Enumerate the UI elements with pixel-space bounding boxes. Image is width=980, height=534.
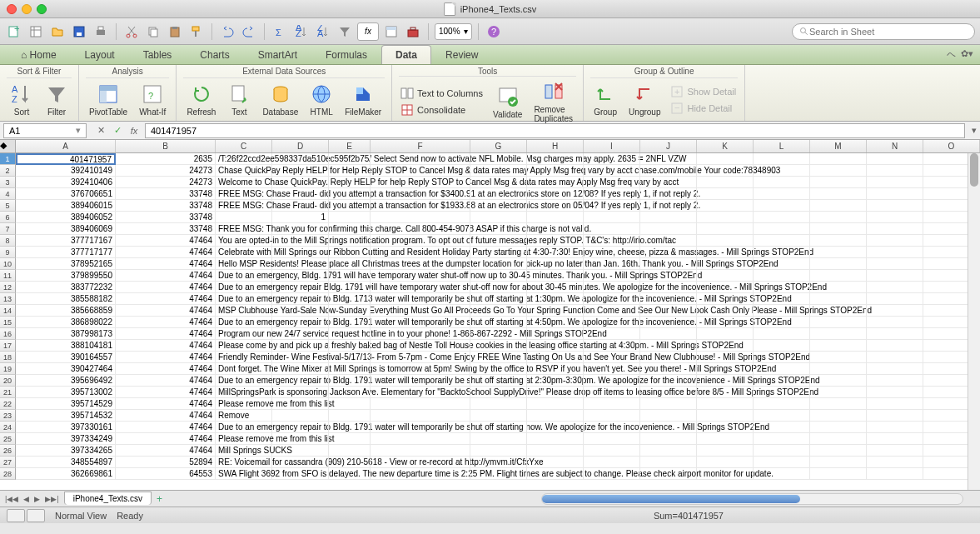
filter-button[interactable]: Filter [42, 81, 72, 118]
cell[interactable] [697, 305, 754, 316]
cell[interactable] [371, 258, 470, 269]
cell[interactable] [329, 433, 371, 444]
row-header[interactable]: 7 [0, 223, 16, 235]
cell[interactable] [527, 282, 584, 292]
cell[interactable] [527, 223, 584, 234]
cell[interactable]: 376706651 [16, 188, 116, 199]
cell[interactable] [584, 212, 640, 222]
cell[interactable]: FREE MSG: Chase Fraud- did you attempt a… [216, 188, 272, 199]
open-icon[interactable] [48, 22, 67, 41]
cell[interactable] [640, 200, 697, 211]
cell[interactable] [810, 422, 867, 432]
cell[interactable] [470, 305, 527, 316]
cell[interactable] [754, 340, 810, 351]
cell[interactable] [584, 305, 640, 316]
group-button[interactable]: Group [590, 81, 620, 118]
cell[interactable] [697, 235, 754, 246]
cell[interactable] [810, 457, 867, 467]
refresh-button[interactable]: Refresh [183, 81, 219, 118]
expand-formula-bar-icon[interactable]: ▾ [968, 125, 980, 136]
cell[interactable] [371, 270, 470, 281]
next-sheet-icon[interactable]: ▶ [32, 495, 42, 503]
cut-icon[interactable] [122, 22, 141, 41]
cell[interactable] [867, 235, 923, 246]
cell[interactable] [329, 457, 371, 467]
hide-detail-button[interactable]: −Hide Detail [669, 101, 738, 116]
cell[interactable] [640, 293, 697, 304]
cell[interactable] [584, 468, 640, 479]
cell[interactable] [272, 468, 329, 479]
cell[interactable] [527, 270, 584, 281]
cell[interactable] [371, 445, 470, 456]
cell[interactable] [640, 363, 697, 374]
cell[interactable]: 33748 [116, 200, 216, 211]
cell[interactable] [272, 375, 329, 386]
cell[interactable] [640, 468, 697, 479]
cell[interactable] [527, 363, 584, 374]
select-all-corner[interactable]: ◆ [0, 140, 16, 152]
cell[interactable] [272, 153, 329, 164]
cell[interactable] [867, 188, 923, 199]
cell[interactable] [329, 375, 371, 386]
minimize-icon[interactable] [22, 4, 32, 14]
cell[interactable] [371, 457, 470, 467]
cell[interactable] [527, 177, 584, 187]
cell[interactable] [470, 247, 527, 257]
cell[interactable] [697, 188, 754, 199]
cell[interactable] [754, 223, 810, 234]
cell[interactable] [584, 433, 640, 444]
cell[interactable]: 387998173 [16, 328, 116, 339]
text-import-button[interactable]: Text [224, 81, 254, 118]
cell[interactable] [272, 445, 329, 456]
row-header[interactable]: 28 [0, 468, 16, 480]
cell[interactable] [272, 340, 329, 351]
cell[interactable] [810, 258, 867, 269]
cell[interactable] [329, 200, 371, 211]
cell[interactable] [754, 153, 810, 164]
save-icon[interactable] [70, 22, 88, 41]
cell[interactable] [584, 398, 640, 409]
cell[interactable] [527, 352, 584, 362]
cell[interactable]: /T:26f22ccd2ee598337da510ec595f2b75/ Sel… [216, 153, 272, 164]
cell[interactable] [754, 387, 810, 397]
cell[interactable]: 47464 [116, 247, 216, 257]
cell[interactable] [470, 363, 527, 374]
cell[interactable] [867, 282, 923, 292]
cell[interactable] [640, 270, 697, 281]
cell[interactable] [640, 352, 697, 362]
row-header[interactable]: 25 [0, 433, 16, 445]
validate-button[interactable]: Validate [490, 83, 525, 121]
cell[interactable] [527, 305, 584, 316]
col-header-C[interactable]: C [216, 140, 272, 152]
cell[interactable] [272, 410, 329, 421]
cell[interactable] [810, 387, 867, 397]
cell[interactable] [810, 223, 867, 234]
cell[interactable] [810, 188, 867, 199]
cell[interactable] [371, 188, 470, 199]
cell[interactable]: 1 [272, 212, 329, 222]
cell[interactable] [584, 282, 640, 292]
cell[interactable]: 348554897 [16, 457, 116, 467]
cell[interactable]: 390164557 [16, 352, 116, 362]
cell[interactable] [810, 247, 867, 257]
cell[interactable] [697, 270, 754, 281]
tab-tables[interactable]: Tables [129, 45, 187, 64]
cell[interactable] [697, 293, 754, 304]
row-header[interactable]: 12 [0, 282, 16, 293]
cell[interactable] [470, 188, 527, 199]
cell[interactable] [272, 317, 329, 327]
cell[interactable] [470, 445, 527, 456]
cell[interactable] [272, 387, 329, 397]
new-icon[interactable]: + [5, 22, 23, 41]
col-header-B[interactable]: B [116, 140, 216, 152]
cell[interactable] [527, 410, 584, 421]
cell[interactable]: Hello MSP Residents! Please place all Ch… [216, 258, 272, 269]
cell[interactable] [371, 165, 470, 176]
cell[interactable]: 64553 [116, 468, 216, 479]
cell[interactable] [810, 340, 867, 351]
cell[interactable]: 33748 [116, 212, 216, 222]
cell[interactable]: Friendly Reminder- Wine Festival-5/17/13… [216, 352, 272, 362]
cell[interactable] [697, 468, 754, 479]
cell[interactable] [371, 375, 470, 386]
cell[interactable] [329, 422, 371, 432]
